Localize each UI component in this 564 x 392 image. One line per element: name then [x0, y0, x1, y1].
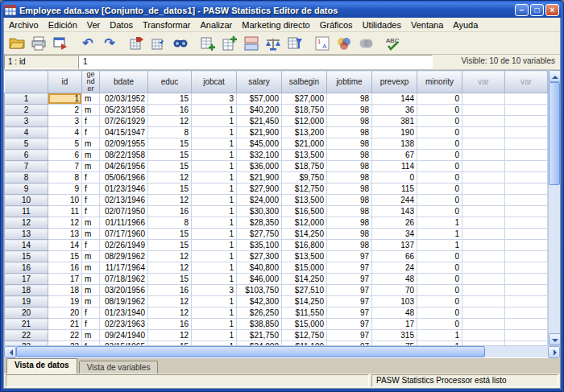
- cell-bdate[interactable]: 03/20/1956: [100, 285, 148, 296]
- cell-var-empty[interactable]: [462, 307, 505, 319]
- cell-salbegin[interactable]: $21,000: [282, 138, 327, 150]
- cell-salary[interactable]: $27,750: [237, 229, 282, 240]
- cell-jobtime[interactable]: 97: [327, 262, 372, 274]
- cell-gender[interactable]: m: [82, 330, 100, 341]
- cell-bdate[interactable]: 02/07/1950: [100, 206, 148, 217]
- cell-jobtime[interactable]: 98: [327, 195, 372, 206]
- row-number[interactable]: 16: [5, 262, 48, 274]
- column-header-var-1[interactable]: var: [462, 71, 505, 93]
- cell-jobtime[interactable]: 98: [327, 93, 372, 105]
- cell-gender[interactable]: m: [82, 262, 100, 274]
- cell-var-empty[interactable]: [505, 195, 548, 206]
- cell-jobtime[interactable]: 98: [327, 206, 372, 217]
- row-number[interactable]: 7: [5, 161, 48, 172]
- cell-prevexp[interactable]: 190: [372, 127, 417, 138]
- cell-salbegin[interactable]: $12,750: [282, 330, 327, 341]
- menu-item-analizar[interactable]: Analizar: [196, 19, 238, 31]
- column-header-jobtime[interactable]: jobtime: [327, 71, 372, 93]
- row-number[interactable]: 18: [5, 285, 48, 296]
- cell-prevexp[interactable]: 138: [372, 138, 417, 150]
- cell-gender[interactable]: m: [82, 274, 100, 285]
- cell-gender[interactable]: m: [82, 251, 100, 262]
- cell-jobcat[interactable]: 1: [192, 217, 237, 229]
- cell-educ[interactable]: 15: [148, 274, 192, 285]
- cell-minority[interactable]: 0: [417, 116, 462, 127]
- column-header-minority[interactable]: minority: [417, 71, 462, 93]
- row-number[interactable]: 3: [5, 116, 48, 127]
- cell-jobcat[interactable]: 3: [192, 285, 237, 296]
- row-number[interactable]: 1: [5, 93, 48, 105]
- cell-jobtime[interactable]: 98: [327, 127, 372, 138]
- redo-button[interactable]: ↷: [99, 34, 120, 53]
- cell-minority[interactable]: 0: [417, 307, 462, 319]
- cell-gender[interactable]: m: [82, 217, 100, 229]
- cell-editor[interactable]: 1: [78, 55, 433, 69]
- cell-minority[interactable]: 0: [417, 127, 462, 138]
- cell-salbegin[interactable]: $27,510: [282, 285, 327, 296]
- tab-vista-de-datos[interactable]: Vista de datos: [6, 358, 77, 373]
- cell-id[interactable]: 1: [48, 93, 82, 105]
- cell-bdate[interactable]: 05/23/1958: [100, 105, 148, 116]
- cell-salary[interactable]: $103,750: [237, 285, 282, 296]
- column-header-salary[interactable]: salary: [237, 71, 282, 93]
- cell-jobcat[interactable]: 1: [192, 330, 237, 341]
- cell-prevexp[interactable]: 103: [372, 296, 417, 307]
- cell-id[interactable]: 16: [48, 262, 82, 274]
- cell-educ[interactable]: 12: [148, 251, 192, 262]
- print-button[interactable]: [28, 34, 49, 53]
- cell-bdate[interactable]: 08/22/1958: [100, 150, 148, 161]
- cell-jobcat[interactable]: 1: [192, 195, 237, 206]
- cell-educ[interactable]: 16: [148, 319, 192, 330]
- cell-var-empty[interactable]: [462, 285, 505, 296]
- cell-gender[interactable]: f: [82, 172, 100, 184]
- cell-salary[interactable]: $32,100: [237, 150, 282, 161]
- cell-var-empty[interactable]: [462, 251, 505, 262]
- cell-jobcat[interactable]: 1: [192, 138, 237, 150]
- column-header-jobcat[interactable]: jobcat: [192, 71, 237, 93]
- cell-id[interactable]: 7: [48, 161, 82, 172]
- insert-cases-button[interactable]: [197, 34, 218, 53]
- row-number[interactable]: 11: [5, 206, 48, 217]
- cell-var-empty[interactable]: [462, 116, 505, 127]
- cell-prevexp[interactable]: 67: [372, 150, 417, 161]
- row-number[interactable]: 22: [5, 330, 48, 341]
- cell-var-empty[interactable]: [505, 330, 548, 341]
- menu-item-transformar[interactable]: Transformar: [138, 19, 196, 31]
- value-labels-button[interactable]: 1A: [312, 34, 333, 53]
- cell-prevexp[interactable]: 244: [372, 195, 417, 206]
- cell-jobtime[interactable]: 98: [327, 105, 372, 116]
- cell-gender[interactable]: m: [82, 161, 100, 172]
- cell-prevexp[interactable]: 115: [372, 184, 417, 195]
- cell-salary[interactable]: $27,300: [237, 251, 282, 262]
- cell-salbegin[interactable]: $13,500: [282, 251, 327, 262]
- cell-minority[interactable]: 0: [417, 296, 462, 307]
- row-number[interactable]: 2: [5, 105, 48, 116]
- scroll-left-arrow[interactable]: [4, 346, 16, 358]
- cell-jobcat[interactable]: 1: [192, 105, 237, 116]
- cell-salbegin[interactable]: $14,250: [282, 296, 327, 307]
- cell-prevexp[interactable]: 36: [372, 105, 417, 116]
- cell-var-empty[interactable]: [505, 93, 548, 105]
- cell-var-empty[interactable]: [462, 161, 505, 172]
- column-header-educ[interactable]: educ: [148, 71, 192, 93]
- cell-var-empty[interactable]: [462, 195, 505, 206]
- cell-var-empty[interactable]: [505, 105, 548, 116]
- cell-educ[interactable]: 16: [148, 285, 192, 296]
- cell-bdate[interactable]: 01/11/1966: [100, 217, 148, 229]
- cell-bdate[interactable]: 01/23/1940: [100, 307, 148, 319]
- cell-jobcat[interactable]: 1: [192, 319, 237, 330]
- cell-jobcat[interactable]: 1: [192, 161, 237, 172]
- cell-minority[interactable]: 1: [417, 330, 462, 341]
- cell-bdate[interactable]: 07/18/1962: [100, 274, 148, 285]
- cell-salary[interactable]: $38,850: [237, 319, 282, 330]
- column-header-salbegin[interactable]: salbegin: [282, 71, 327, 93]
- cell-minority[interactable]: 0: [417, 285, 462, 296]
- cell-prevexp[interactable]: 48: [372, 307, 417, 319]
- cell-salbegin[interactable]: $14,250: [282, 274, 327, 285]
- vertical-scrollbar[interactable]: [548, 70, 560, 345]
- cell-jobcat[interactable]: 1: [192, 127, 237, 138]
- cell-salbegin[interactable]: $14,250: [282, 229, 327, 240]
- cell-var-empty[interactable]: [462, 150, 505, 161]
- cell-id[interactable]: 22: [48, 330, 82, 341]
- cell-prevexp[interactable]: 143: [372, 206, 417, 217]
